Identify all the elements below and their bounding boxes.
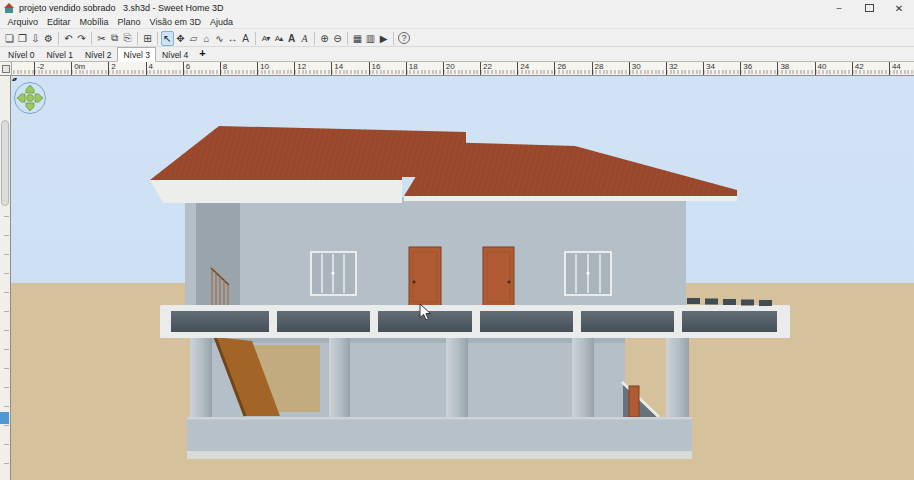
level-tab-n-vel-0[interactable]: Nível 0 xyxy=(2,47,40,62)
ruler-major-tick xyxy=(480,62,481,75)
ruler-major-tick xyxy=(592,62,593,75)
preferences-button[interactable]: ⚙ xyxy=(42,31,55,46)
create-polylines-button[interactable]: ∿ xyxy=(213,31,226,46)
scrollbar-thumb[interactable] xyxy=(1,120,9,206)
ruler-label: 20 xyxy=(446,62,455,71)
close-button[interactable]: ✕ xyxy=(884,0,914,16)
add-furniture-button[interactable]: ⊞ xyxy=(141,31,154,46)
house-model xyxy=(11,76,914,480)
ruler-major-tick xyxy=(146,62,147,75)
zoom-out-button[interactable]: ⊖ xyxy=(331,31,344,46)
left-strip-pane xyxy=(0,76,11,480)
ruler-label: 40 xyxy=(818,62,827,71)
ruler-major-tick xyxy=(220,62,221,75)
selection-marker xyxy=(0,412,9,424)
menu-plano[interactable]: Plano xyxy=(113,16,145,29)
maximize-button[interactable] xyxy=(854,0,884,16)
ruler-major-tick xyxy=(294,62,295,75)
help-button[interactable]: ? xyxy=(398,32,410,44)
open-home-button[interactable]: ❐ xyxy=(16,31,29,46)
basement-door xyxy=(629,386,639,417)
ruler-label: 14 xyxy=(334,62,343,71)
ruler-label: 18 xyxy=(409,62,418,71)
menu-vis-o-em-3d[interactable]: Visão em 3D xyxy=(145,16,205,29)
ruler-major-tick xyxy=(406,62,407,75)
menu-ajuda[interactable]: Ajuda xyxy=(205,16,237,29)
ruler-major-tick xyxy=(815,62,816,75)
minimize-button[interactable]: – xyxy=(824,0,854,16)
toolbar-separator xyxy=(393,32,394,45)
roof-fascia-right xyxy=(404,196,737,201)
ruler-major-tick xyxy=(889,62,890,75)
ruler-label: 36 xyxy=(743,62,752,71)
restore-icon xyxy=(865,4,874,12)
ruler-label: 0m xyxy=(74,62,85,71)
paste-button[interactable]: ⎘ xyxy=(121,31,134,46)
create-walls-button[interactable]: ▱ xyxy=(187,31,200,46)
horizontal-ruler: -20m246810121416182022242628303234363840… xyxy=(12,62,914,76)
ruler-major-tick xyxy=(331,62,332,75)
decrease-text-size-button[interactable]: A▾ xyxy=(259,31,272,46)
navigation-compass[interactable] xyxy=(13,81,47,115)
toolbar: ❏❐⇩⚙↶↷✂⧉⎘⊞↖✥▱⌂∿↔AA▾A▴AA⊕⊖▦▥▶? xyxy=(0,30,914,47)
ruler-label: 34 xyxy=(706,62,715,71)
view-3d[interactable]: ▴▾ xyxy=(11,76,914,480)
balcony-panel xyxy=(480,311,573,332)
mouse-cursor-icon xyxy=(419,303,432,322)
app-logo-icon xyxy=(4,3,14,13)
create-photo-button[interactable]: ▦ xyxy=(351,31,364,46)
level-tab-n-vel-1[interactable]: Nível 1 xyxy=(40,47,78,62)
ruler-corner xyxy=(0,62,12,76)
ruler-major-tick xyxy=(703,62,704,75)
ruler-major-tick xyxy=(257,62,258,75)
window-left xyxy=(311,252,356,295)
redo-button[interactable]: ↷ xyxy=(75,31,88,46)
level-tab-n-vel-4[interactable]: Nível 4 xyxy=(156,47,194,62)
ruler-major-tick xyxy=(629,62,630,75)
ruler-label: 16 xyxy=(372,62,381,71)
level-tab-n-vel-3[interactable]: Nível 3 xyxy=(117,47,155,62)
cut-button[interactable]: ✂ xyxy=(95,31,108,46)
balcony-panel xyxy=(682,311,777,332)
toolbar-separator xyxy=(58,32,59,45)
menu-editar[interactable]: Editar xyxy=(43,16,76,29)
menu-bar: ArquivoEditarMobíliaPlanoVisão em 3DAjud… xyxy=(0,16,914,29)
ruler-major-tick xyxy=(183,62,184,75)
ruler-label: 26 xyxy=(557,62,566,71)
add-level-button[interactable]: + xyxy=(194,47,210,61)
door-right xyxy=(483,247,514,313)
ruler-label: 42 xyxy=(855,62,864,71)
undo-button[interactable]: ↶ xyxy=(62,31,75,46)
ruler-label: 22 xyxy=(483,62,492,71)
balcony-panel xyxy=(171,311,269,332)
pan-tool-button[interactable]: ✥ xyxy=(174,31,187,46)
ruler-major-tick xyxy=(369,62,370,75)
save-home-button[interactable]: ⇩ xyxy=(29,31,42,46)
ruler-label: 6 xyxy=(186,62,190,71)
add-texts-button[interactable]: A xyxy=(239,31,252,46)
zoom-in-button[interactable]: ⊕ xyxy=(318,31,331,46)
create-photo-pov-button[interactable]: ▥ xyxy=(364,31,377,46)
new-home-button[interactable]: ❏ xyxy=(3,31,16,46)
create-rooms-button[interactable]: ⌂ xyxy=(200,31,213,46)
ruler-label: 8 xyxy=(223,62,227,71)
title-bar: projeto vendido sobrado 3.sh3d - Sweet H… xyxy=(0,0,914,16)
level-tab-n-vel-2[interactable]: Nível 2 xyxy=(79,47,117,62)
create-dimensions-button[interactable]: ↔ xyxy=(226,31,239,46)
toolbar-separator xyxy=(91,32,92,45)
increase-text-size-button[interactable]: A▴ xyxy=(272,31,285,46)
ruler-major-tick xyxy=(108,62,109,75)
select-tool-button[interactable]: ↖ xyxy=(161,31,174,46)
copy-button[interactable]: ⧉ xyxy=(108,31,121,46)
menu-arquivo[interactable]: Arquivo xyxy=(3,16,43,29)
bold-button[interactable]: A xyxy=(285,31,298,46)
toolbar-separator xyxy=(314,32,315,45)
italic-button[interactable]: A xyxy=(298,31,311,46)
menu-mob-lia[interactable]: Mobília xyxy=(75,16,113,29)
upper-wall-corner-shadow xyxy=(196,197,240,312)
balcony-panel xyxy=(277,311,370,332)
roof-fascia-left xyxy=(150,180,402,203)
ruler-major-tick xyxy=(777,62,778,75)
create-video-button[interactable]: ▶ xyxy=(377,31,390,46)
ruler-label: 12 xyxy=(297,62,306,71)
